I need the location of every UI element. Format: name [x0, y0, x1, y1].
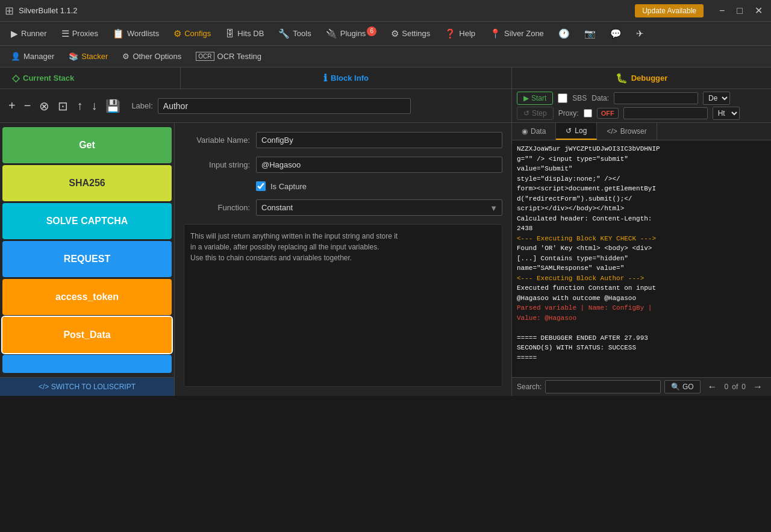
label-input[interactable]	[158, 98, 411, 114]
search-label: Search:	[517, 383, 542, 391]
function-row: Function: Constant Variable Expression ▼	[184, 199, 502, 216]
update-button[interactable]: Update Available	[635, 4, 704, 17]
hitsdb-icon: 🗄	[225, 28, 234, 39]
is-capture-checkbox[interactable]	[256, 181, 266, 191]
proxy-input[interactable]	[623, 107, 708, 119]
go-button[interactable]: 🔍 GO	[664, 380, 701, 393]
function-select[interactable]: Constant Variable Expression	[256, 199, 502, 216]
nav-tools[interactable]: 🔧 Tools	[272, 25, 317, 42]
data-input[interactable]	[614, 92, 698, 104]
debugger-header: 🐛 Debugger	[512, 67, 771, 89]
move-down-button[interactable]: ↓	[87, 96, 101, 115]
next-result-button[interactable]: →	[749, 380, 766, 393]
nav-help[interactable]: ❓ Help	[439, 25, 481, 42]
debugger-output[interactable]: NZZXJoaW5ur jWYCZPtUDJwOI3IC3bVDHNIP g="…	[512, 140, 771, 377]
log-line-21: SECOND(S) WITH STATUS: SUCCESS	[517, 343, 766, 353]
window-controls: − □ ✕	[716, 4, 766, 17]
log-tab-label: Log	[575, 127, 587, 135]
function-label: Function:	[184, 203, 250, 212]
debugger-label: Debugger	[631, 74, 668, 83]
silverzone-icon: 📍	[490, 28, 501, 39]
tab-log[interactable]: ↺ Log	[556, 123, 597, 140]
nav-help-label: Help	[459, 29, 475, 38]
stack-item-get[interactable]: Get	[2, 127, 172, 163]
tab-browser[interactable]: </> Browser	[597, 123, 657, 140]
stack-item-request[interactable]: REQUEST	[2, 241, 172, 277]
maximize-button[interactable]: □	[733, 4, 746, 17]
subnav-other-options[interactable]: ⚙ Other Options	[116, 49, 187, 63]
current-stack-label: Current Stack	[23, 74, 74, 83]
log-line-22: =====	[517, 353, 766, 363]
step-button[interactable]: ↺ Step	[517, 107, 554, 120]
nav-hitsdb[interactable]: 🗄 Hits DB	[219, 25, 270, 42]
nav-hitsdb-label: Hits DB	[237, 29, 264, 38]
minimize-button[interactable]: −	[716, 4, 728, 17]
move-up-button[interactable]: ↑	[73, 96, 86, 115]
browser-tab-label: Browser	[620, 127, 647, 136]
stack-item-access-token[interactable]: access_token	[2, 279, 172, 315]
switch-to-loliscript-button[interactable]: </> SWITCH TO LOLISCRIPT	[0, 377, 174, 396]
description-text: This will just return anything written i…	[190, 232, 398, 262]
other-options-icon: ⚙	[122, 52, 130, 61]
input-string-input[interactable]	[256, 157, 502, 173]
info-icon: ℹ	[323, 72, 327, 84]
log-line-6: d("redirectForm").submit();</	[517, 194, 766, 204]
nav-runner[interactable]: ▶ Runner	[5, 25, 53, 42]
proxy-toggle[interactable]: OFF	[597, 108, 619, 119]
variable-name-input[interactable]	[256, 132, 502, 148]
close-button[interactable]: ✕	[751, 4, 766, 17]
nav-camera[interactable]: 📷	[578, 25, 602, 42]
log-line-20: ===== DEBUGGER ENDED AFTER 27.993	[517, 333, 766, 343]
wordlists-icon: 📋	[113, 28, 124, 39]
nav-configs[interactable]: ⚙ Configs	[167, 25, 217, 42]
log-tab-icon: ↺	[566, 127, 572, 135]
nav-silverzone-label: Silver Zone	[504, 29, 544, 38]
stack-item-captcha[interactable]: SOLVE CAPTCHA	[2, 203, 172, 239]
stack-item-7[interactable]	[2, 355, 172, 373]
det-select[interactable]: Det	[703, 92, 730, 105]
nav-plugins[interactable]: 🔌 Plugins 6	[320, 25, 383, 42]
debugger-row-2: ↺ Step Proxy: OFF Ht	[517, 107, 766, 120]
nav-proxies[interactable]: ☰ Proxies	[55, 25, 104, 42]
subnav-ocr-testing[interactable]: OCR OCR Testing	[190, 49, 267, 63]
input-string-row: Input string:	[184, 157, 502, 173]
step-icon: ↺	[523, 109, 529, 117]
sbs-checkbox[interactable]	[558, 93, 567, 103]
plugins-badge: 6	[367, 27, 376, 36]
nav-telegram[interactable]: ✈	[630, 25, 650, 42]
subnav-manager[interactable]: 👤 Manager	[5, 49, 60, 63]
nav-plugins-label: Plugins	[340, 29, 366, 38]
copy-button[interactable]: ⊡	[54, 96, 72, 116]
proxy-checkbox[interactable]	[584, 109, 592, 117]
label-text: Label:	[131, 101, 152, 110]
nav-history[interactable]: 🕐	[552, 25, 576, 42]
search-input[interactable]	[545, 380, 661, 393]
nav-silverzone[interactable]: 📍 Silver Zone	[484, 25, 550, 42]
debugger-controls-section: ▶ Start SBS Data: Det ↺ Step Proxy: OFF …	[512, 89, 771, 122]
nav-wordlists[interactable]: 📋 Wordlists	[107, 25, 165, 42]
prev-result-button[interactable]: ←	[704, 380, 721, 393]
add-block-button[interactable]: +	[5, 96, 19, 115]
start-button[interactable]: ▶ Start	[517, 92, 553, 105]
stack-item-sha256[interactable]: SHA256	[2, 165, 172, 201]
log-line-17: Parsed variable | Name: ConfigBy |	[517, 303, 766, 313]
subnav-stacker[interactable]: 📚 Stacker	[63, 49, 114, 63]
stack-item-post-data[interactable]: Post_Data	[2, 317, 172, 353]
title-bar: ⊞ SilverBullet 1.1.2 Update Available − …	[0, 0, 771, 22]
log-line-2: g="" /> <input type="submit"	[517, 154, 766, 164]
tools-icon: 🔧	[278, 28, 290, 39]
log-line-9: 2438	[517, 224, 766, 234]
log-line-13: name="SAMLResponse" value="	[517, 263, 766, 274]
nav-discord[interactable]: 💬	[604, 25, 628, 42]
ht-select[interactable]: Ht	[713, 107, 740, 120]
cancel-button[interactable]: ⊗	[36, 96, 53, 116]
save-button[interactable]: 💾	[102, 96, 124, 116]
remove-block-button[interactable]: −	[20, 96, 35, 115]
app-title: SilverBullet 1.1.2	[19, 6, 635, 15]
is-capture-row: Is Capture	[184, 181, 502, 191]
page-current: 0	[725, 383, 729, 391]
log-line-16: @Hagasoo with outcome @Hagasoo	[517, 293, 766, 304]
variable-name-label: Variable Name:	[184, 136, 250, 145]
tab-data[interactable]: ◉ Data	[512, 123, 556, 140]
nav-settings[interactable]: ⚙ Settings	[385, 25, 436, 42]
